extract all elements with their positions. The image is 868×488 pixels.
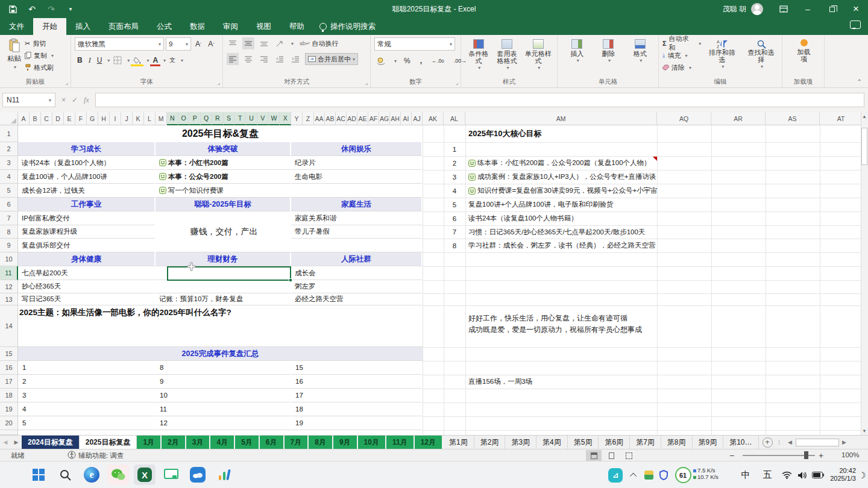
ime-mode-indicator[interactable]: 五 <box>758 461 776 488</box>
save-icon[interactable] <box>6 2 19 16</box>
sort-filter-button[interactable]: AZ 排序和筛选▾ <box>703 37 740 74</box>
chart-app[interactable] <box>213 465 235 485</box>
name-box[interactable]: N11▾ <box>2 93 55 107</box>
column-header-AC[interactable]: AC <box>336 112 347 125</box>
format-as-table-button[interactable]: 套用表格格式▾ <box>492 37 522 78</box>
sheet-tab-10月[interactable]: 10月 <box>358 436 386 449</box>
row-header-5[interactable]: 5 <box>0 184 18 198</box>
core-goal-text-7[interactable]: 习惯：日记365天/抄心经365天/七点早起200天/散步100天 <box>465 225 657 239</box>
row-header-18[interactable]: 18 <box>0 389 18 402</box>
core-goal-number-5[interactable]: 5 <box>444 198 465 211</box>
row-header-20[interactable]: 20 <box>0 416 18 430</box>
column-header-O[interactable]: O <box>178 112 190 125</box>
cut-button[interactable]: ✂剪切 <box>25 37 54 49</box>
merged-goal-cell[interactable]: 赚钱，交付，产出 <box>157 211 291 252</box>
scroll-up-icon[interactable]: ▲ <box>861 112 868 120</box>
fill-button[interactable]: ⤓填充▾ <box>662 49 701 61</box>
page-layout-view-icon[interactable] <box>603 450 619 461</box>
column-header-AH[interactable]: AH <box>390 112 401 125</box>
shield-tray-icon[interactable] <box>656 461 671 488</box>
numcell-r17c2[interactable]: 9 <box>156 375 291 389</box>
clear-button[interactable]: 清除▾ <box>662 61 701 74</box>
cell-r8c3[interactable]: 带儿子暑假 <box>291 225 423 239</box>
numcell-r20c3[interactable]: 19 <box>291 416 423 430</box>
column-header-H[interactable]: H <box>98 112 110 125</box>
sheet-tab-12月[interactable]: 12月 <box>415 436 443 449</box>
tell-me-search[interactable]: 操作说明搜索 <box>313 18 382 35</box>
cell-r13c1[interactable]: 写日记365天 <box>18 293 156 305</box>
underline-button[interactable]: U <box>95 54 105 66</box>
comma-style-icon[interactable]: , <box>418 55 424 67</box>
row-header-12[interactable]: 12 <box>0 280 18 293</box>
sheet-tab-1月[interactable]: 1月 <box>137 436 162 449</box>
vertical-scroll-thumb[interactable] <box>861 128 867 165</box>
cell-r6c2[interactable]: 聪聪-2025年目标 <box>156 198 291 211</box>
insert-cells-button[interactable]: 插入▾ <box>567 37 587 78</box>
column-header-AT[interactable]: AT <box>820 112 863 125</box>
row-header-1[interactable]: 1 <box>0 125 18 142</box>
undo-icon[interactable]: ↶ <box>25 2 39 16</box>
tab-scroll-right-icon[interactable]: ▶ <box>11 436 22 449</box>
customize-qat-icon[interactable]: ▾ <box>64 2 77 16</box>
fill-handle[interactable] <box>289 278 292 282</box>
column-header-AQ[interactable]: AQ <box>657 112 711 125</box>
sheet-tab-3月[interactable]: 3月 <box>186 436 211 449</box>
column-header-Q[interactable]: Q <box>201 112 212 125</box>
cell-r4c1[interactable]: 复盘100讲，个人品牌100讲 <box>18 170 156 184</box>
core-goal-text-4[interactable]: 知识付费课=复盘创富30讲卖99元，视频号+公众号+小宇宙 <box>465 184 657 198</box>
cell-r5c2[interactable]: 写一个知识付费课 <box>156 184 291 198</box>
column-header-E[interactable]: E <box>64 112 75 125</box>
sheet-tab-第3周[interactable]: 第3周 <box>505 436 536 449</box>
sheet-tab-第2周[interactable]: 第2周 <box>474 436 506 449</box>
autosum-button[interactable]: Σ自动求和▾ <box>662 37 701 49</box>
cell-r5c1[interactable]: 成长会12讲，过钱关 <box>18 184 156 198</box>
normal-view-icon[interactable] <box>586 450 602 461</box>
font-family-select[interactable]: 微软雅黑▾ <box>75 37 164 51</box>
cell-r3c1[interactable]: 读书24本（复盘100个人物） <box>18 156 156 170</box>
font-color-icon[interactable]: A <box>150 54 160 66</box>
cell-r7c3[interactable]: 家庭关系和谐 <box>291 211 423 225</box>
format-painter-button[interactable]: 格式刷 <box>25 61 54 74</box>
numcell-r18c2[interactable]: 10 <box>156 389 291 402</box>
cell-r11c1[interactable]: 七点早起200天 <box>18 266 156 280</box>
formula-input[interactable] <box>95 93 864 107</box>
edge-app[interactable]: e <box>81 465 102 485</box>
core-goal-number-2[interactable]: 2 <box>444 156 465 170</box>
cell-r9c1[interactable]: 复盘俱乐部交付 <box>18 239 156 252</box>
row-header-15[interactable]: 15 <box>0 347 18 361</box>
right-table-title[interactable]: 2025年10大核心目标 <box>468 125 541 142</box>
menu-tab-文件[interactable]: 文件 <box>0 18 33 35</box>
sheet-tab-5月[interactable]: 5月 <box>235 436 260 449</box>
collapse-ribbon-icon[interactable]: ⌃ <box>857 78 862 85</box>
orientation-icon[interactable] <box>274 37 286 49</box>
column-header-N[interactable]: N <box>167 112 178 125</box>
column-header-AF[interactable]: AF <box>368 112 379 125</box>
alignment-dialog-launcher[interactable]: ⌟ <box>365 80 368 86</box>
start-button[interactable] <box>28 465 49 485</box>
core-goal-text-5[interactable]: 复盘100讲+个人品牌100讲，电子版和印刷验货 <box>465 198 657 211</box>
row-header-7[interactable]: 7 <box>0 211 18 225</box>
sheet-tab-第1周[interactable]: 第1周 <box>443 436 474 449</box>
numcell-r19c3[interactable]: 18 <box>291 402 423 416</box>
wifi-icon[interactable] <box>779 461 794 488</box>
volume-icon[interactable] <box>794 461 810 488</box>
bold-button[interactable]: B <box>75 54 85 66</box>
formula-cancel-icon[interactable]: × <box>61 96 66 104</box>
column-header-T[interactable]: T <box>234 112 246 125</box>
tray-app-icon[interactable] <box>641 461 656 488</box>
wechat-app[interactable] <box>107 465 129 485</box>
format-cells-button[interactable]: 格式▾ <box>631 37 650 78</box>
sheet-tab-6月[interactable]: 6月 <box>260 436 285 449</box>
cell-r9c3[interactable] <box>291 239 423 252</box>
zoom-out-icon[interactable]: − <box>729 451 734 460</box>
fx-icon[interactable]: fx <box>84 96 89 105</box>
menu-tab-公式[interactable]: 公式 <box>148 18 181 35</box>
notes-cell[interactable]: 好好工作，快乐生活，用心复盘，让生命有迹可循 成功既是爱，爱是一切原动力，祝福所… <box>468 313 642 336</box>
align-middle-icon[interactable] <box>242 37 254 49</box>
cell-r2c1[interactable]: 学习成长 <box>18 142 156 156</box>
column-header-L[interactable]: L <box>144 112 156 125</box>
sheet-tab-11月[interactable]: 11月 <box>386 436 415 449</box>
cell-r5c3[interactable] <box>291 184 423 198</box>
row-header-13[interactable]: 13 <box>0 293 18 305</box>
increase-font-icon[interactable]: Aˆ <box>193 38 204 50</box>
